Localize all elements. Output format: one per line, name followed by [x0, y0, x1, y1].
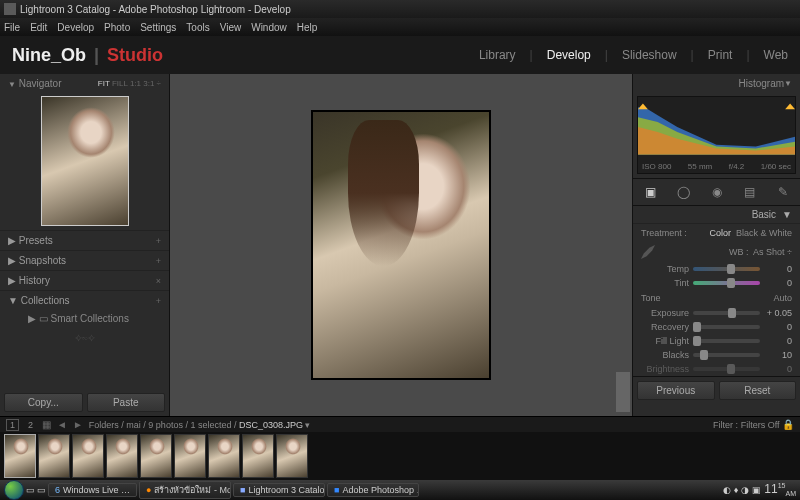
module-web[interactable]: Web — [764, 48, 788, 62]
exposure-slider[interactable]: Exposure + 0.05 — [633, 306, 800, 320]
history-clear-icon[interactable]: × — [156, 276, 161, 286]
treatment-color[interactable]: Color — [709, 228, 731, 238]
quicklaunch-icon[interactable]: ▭ — [26, 485, 35, 495]
tint-slider[interactable]: Tint 0 — [633, 276, 800, 290]
presets-label: Presets — [19, 235, 53, 246]
preview-area[interactable] — [170, 74, 632, 416]
filter-lock-icon[interactable]: 🔒 — [782, 419, 794, 430]
nav-back-icon[interactable]: ◄ — [57, 419, 67, 430]
menu-file[interactable]: File — [4, 22, 20, 33]
histogram-graph — [638, 97, 795, 155]
collections-add-icon[interactable]: + — [156, 296, 161, 306]
menu-window[interactable]: Window — [251, 22, 287, 33]
temp-slider[interactable]: Temp 0 — [633, 262, 800, 276]
snapshots-label: Snapshots — [19, 255, 66, 266]
filmstrip-thumb[interactable] — [242, 434, 274, 478]
basic-panel-header[interactable]: Basic ▼ — [633, 206, 800, 224]
adjustment-brush-icon[interactable]: ✎ — [774, 183, 792, 201]
histogram-header[interactable]: Histogram ▼ — [633, 74, 800, 92]
task-photoshop[interactable]: ■Adobe Photoshop … — [327, 483, 419, 497]
smart-collections-item[interactable]: ▶ ▭ Smart Collections — [0, 310, 169, 327]
treatment-bw[interactable]: Black & White — [736, 228, 792, 238]
redeye-tool-icon[interactable]: ◉ — [708, 183, 726, 201]
tone-row: Tone Auto — [633, 290, 800, 306]
filllight-slider[interactable]: Fill Light 0 — [633, 334, 800, 348]
panel-collections[interactable]: ▼ Collections + — [0, 290, 169, 310]
menu-settings[interactable]: Settings — [140, 22, 176, 33]
filmstrip-thumb[interactable] — [276, 434, 308, 478]
menu-develop[interactable]: Develop — [57, 22, 94, 33]
identity-sep: | — [94, 45, 99, 65]
quicklaunch-icon[interactable]: ▭ — [37, 485, 46, 495]
exif-aperture: f/4.2 — [729, 162, 745, 171]
blacks-label: Blacks — [641, 350, 689, 360]
tray-icon[interactable]: ◐ — [723, 485, 731, 495]
presets-add-icon[interactable]: + — [156, 236, 161, 246]
navigator-zoom-opts[interactable]: FIT FILL 1:1 3:1 ÷ — [98, 79, 161, 88]
reset-button[interactable]: Reset — [719, 381, 797, 400]
tint-label: Tint — [641, 278, 689, 288]
panel-history[interactable]: ▶ History × — [0, 270, 169, 290]
tray-icon[interactable]: ♦ — [734, 485, 739, 495]
tray-icon[interactable]: ▣ — [752, 485, 761, 495]
graduated-filter-icon[interactable]: ▤ — [741, 183, 759, 201]
filmstrip-thumb[interactable] — [174, 434, 206, 478]
system-tray[interactable]: ◐ ♦ ◑ ▣ 1115AM — [723, 482, 796, 497]
window-1-button[interactable]: 1 — [6, 419, 19, 431]
filmstrip-thumb[interactable] — [208, 434, 240, 478]
filter-control[interactable]: Filter : Filters Off 🔒 — [713, 419, 794, 430]
navigator-header[interactable]: ▼ Navigator FIT FILL 1:1 3:1 ÷ — [0, 74, 169, 92]
module-develop[interactable]: Develop — [547, 48, 591, 62]
tool-strip: ▣ ◯ ◉ ▤ ✎ — [633, 178, 800, 206]
grid-view-icon[interactable]: ▦ — [42, 419, 51, 430]
menu-help[interactable]: Help — [297, 22, 318, 33]
copy-button[interactable]: Copy... — [4, 393, 83, 412]
nav-fwd-icon[interactable]: ► — [73, 419, 83, 430]
filmstrip-thumb[interactable] — [4, 434, 36, 478]
start-button[interactable] — [4, 480, 24, 500]
app-icon — [4, 3, 16, 15]
recovery-value: 0 — [764, 322, 792, 332]
brightness-slider[interactable]: Brightness 0 — [633, 362, 800, 376]
tray-icon[interactable]: ◑ — [741, 485, 749, 495]
module-slideshow[interactable]: Slideshow — [622, 48, 677, 62]
task-lightroom[interactable]: ■Lightroom 3 Catalo… — [233, 483, 325, 497]
right-panel: Histogram ▼ ISO 800 55 mm f/4.2 1/60 sec… — [632, 74, 800, 416]
wb-dropdown[interactable]: As Shot ÷ — [753, 247, 792, 257]
filmstrip-thumb[interactable] — [106, 434, 138, 478]
navigator-thumbnail[interactable] — [41, 96, 129, 226]
menu-view[interactable]: View — [220, 22, 242, 33]
temp-value: 0 — [764, 264, 792, 274]
task-firefox[interactable]: ●สร้างหัวข้อใหม่ - Moz… — [139, 481, 231, 499]
filmstrip-thumb[interactable] — [72, 434, 104, 478]
right-button-row: Previous Reset — [633, 376, 800, 404]
histogram[interactable]: ISO 800 55 mm f/4.2 1/60 sec — [637, 96, 796, 174]
history-label: History — [19, 275, 50, 286]
panel-snapshots[interactable]: ▶ Snapshots + — [0, 250, 169, 270]
paste-button[interactable]: Paste — [87, 393, 166, 412]
spot-removal-icon[interactable]: ◯ — [675, 183, 693, 201]
recovery-slider[interactable]: Recovery 0 — [633, 320, 800, 334]
filmstrip[interactable] — [0, 432, 800, 480]
exposure-value: + 0.05 — [764, 308, 792, 318]
scrollbar-thumb[interactable] — [616, 372, 630, 412]
module-library[interactable]: Library — [479, 48, 516, 62]
previous-button[interactable]: Previous — [637, 381, 715, 400]
menu-photo[interactable]: Photo — [104, 22, 130, 33]
menu-edit[interactable]: Edit — [30, 22, 47, 33]
auto-tone-button[interactable]: Auto — [773, 293, 792, 303]
module-print[interactable]: Print — [708, 48, 733, 62]
task-windows-live[interactable]: 6Windows Live … — [48, 483, 137, 497]
exif-focal: 55 mm — [688, 162, 712, 171]
crop-tool-icon[interactable]: ▣ — [642, 183, 660, 201]
clock[interactable]: 1115AM — [764, 482, 796, 497]
blacks-slider[interactable]: Blacks 10 — [633, 348, 800, 362]
filmstrip-thumb[interactable] — [38, 434, 70, 478]
filmstrip-thumb[interactable] — [140, 434, 172, 478]
panel-presets[interactable]: ▶ Presets + — [0, 230, 169, 250]
snapshots-add-icon[interactable]: + — [156, 256, 161, 266]
filter-value: Filters Off — [741, 420, 780, 430]
eyedropper-icon[interactable] — [641, 245, 655, 259]
menu-tools[interactable]: Tools — [186, 22, 209, 33]
window-2-button[interactable]: 2 — [25, 420, 36, 430]
